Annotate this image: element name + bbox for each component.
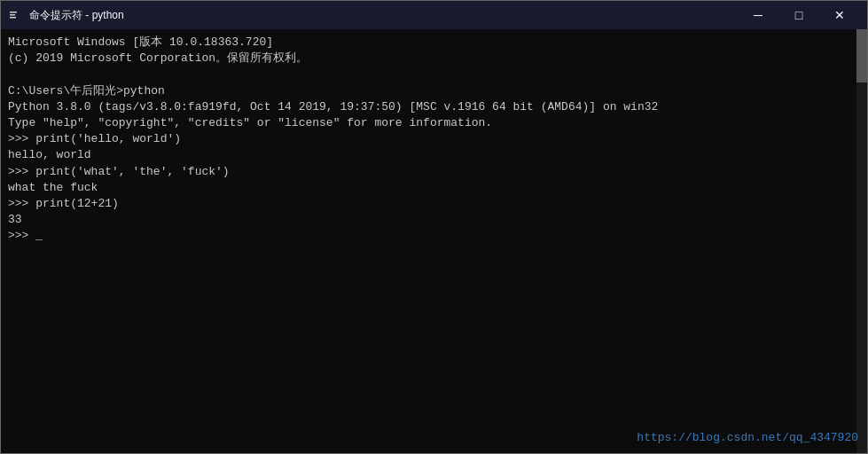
window-controls: ─ □ ✕: [738, 1, 860, 29]
minimize-button[interactable]: ─: [738, 1, 778, 29]
maximize-button[interactable]: □: [778, 1, 819, 29]
title-bar: 命令提示符 - python ─ □ ✕: [1, 1, 867, 29]
cmd-window: 命令提示符 - python ─ □ ✕ Microsoft Windows […: [0, 0, 868, 454]
cmd-icon: [8, 8, 22, 22]
close-button[interactable]: ✕: [819, 1, 860, 29]
window-title: 命令提示符 - python: [29, 8, 124, 23]
svg-rect-2: [10, 14, 15, 16]
console-output: Microsoft Windows [版本 10.0.18363.720] (c…: [8, 35, 860, 244]
console-body[interactable]: Microsoft Windows [版本 10.0.18363.720] (c…: [1, 29, 867, 453]
watermark: https://blog.csdn.net/qq_4347920: [637, 431, 858, 444]
svg-rect-1: [10, 12, 17, 13]
title-bar-left: 命令提示符 - python: [8, 8, 124, 23]
svg-rect-3: [10, 17, 16, 19]
scrollbar[interactable]: [856, 29, 867, 453]
scrollbar-thumb[interactable]: [856, 29, 867, 82]
